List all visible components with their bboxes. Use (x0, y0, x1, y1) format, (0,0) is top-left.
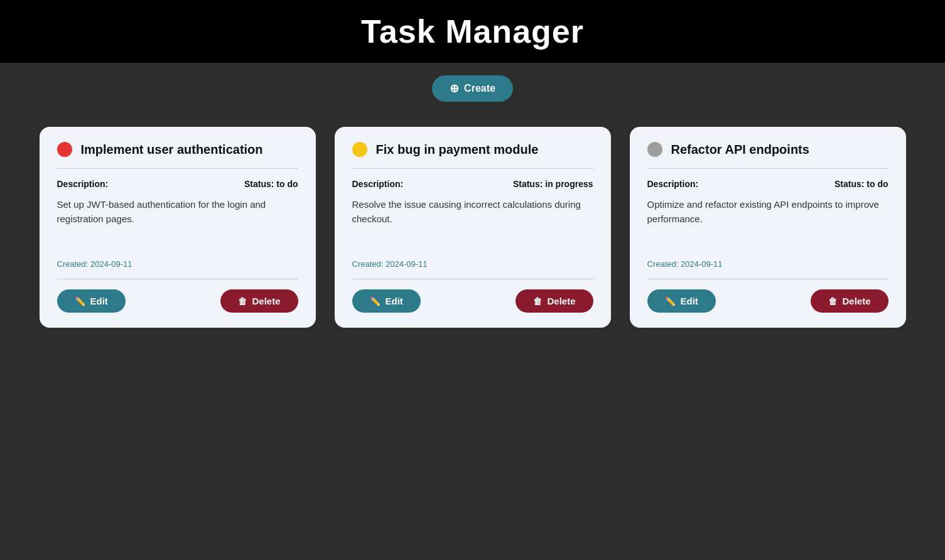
delete-label-1: Delete (252, 296, 280, 306)
trash-icon-1: 🗑 (238, 296, 247, 306)
delete-button-3[interactable]: 🗑 Delete (811, 289, 888, 313)
edit-label-2: Edit (386, 296, 403, 306)
description-label-2: Description: (352, 179, 404, 189)
task-card-2: Fix bug in payment module Description: S… (335, 127, 611, 328)
card-divider-top-2 (352, 168, 593, 169)
status-label-3: Status: to do (834, 179, 888, 189)
app-header: Task Manager (0, 0, 945, 63)
edit-label-3: Edit (681, 296, 698, 306)
delete-button-1[interactable]: 🗑 Delete (220, 289, 298, 313)
card-description-2: Resolve the issue causing incorrect calc… (352, 198, 593, 249)
card-meta-1: Description: Status: to do (57, 179, 298, 189)
card-created-2: Created: 2024-09-11 (352, 259, 593, 269)
status-dot-3 (647, 142, 662, 157)
delete-button-2[interactable]: 🗑 Delete (516, 289, 593, 313)
card-title-3: Refactor API endpoints (671, 143, 888, 157)
description-label-1: Description: (57, 179, 109, 189)
card-divider-bottom-2 (352, 279, 593, 279)
edit-icon-3: ✏️ (665, 296, 676, 306)
create-button[interactable]: ⊕ Create (432, 75, 513, 102)
cards-container: Implement user authentication Descriptio… (0, 121, 945, 334)
edit-button-3[interactable]: ✏️ Edit (647, 289, 716, 313)
card-divider-bottom-3 (647, 279, 888, 279)
create-button-label: Create (464, 83, 495, 94)
edit-button-2[interactable]: ✏️ Edit (352, 289, 421, 313)
edit-icon-1: ✏️ (75, 296, 85, 306)
task-card-1: Implement user authentication Descriptio… (40, 127, 316, 328)
trash-icon-3: 🗑 (828, 296, 837, 306)
card-header-1: Implement user authentication (57, 142, 298, 157)
card-header-2: Fix bug in payment module (352, 142, 593, 157)
app-title: Task Manager (0, 13, 945, 50)
status-dot-2 (352, 142, 367, 157)
card-description-3: Optimize and refactor existing API endpo… (647, 198, 888, 249)
card-actions-1: ✏️ Edit 🗑 Delete (57, 289, 298, 313)
card-meta-2: Description: Status: in progress (352, 179, 593, 189)
card-divider-top-1 (57, 168, 298, 169)
status-label-2: Status: in progress (513, 179, 593, 189)
delete-label-3: Delete (842, 296, 870, 306)
card-divider-bottom-1 (57, 279, 298, 279)
card-title-2: Fix bug in payment module (376, 143, 593, 157)
plus-icon: ⊕ (450, 82, 459, 95)
card-actions-3: ✏️ Edit 🗑 Delete (647, 289, 888, 313)
status-dot-1 (57, 142, 72, 157)
edit-button-1[interactable]: ✏️ Edit (57, 289, 126, 313)
description-label-3: Description: (647, 179, 699, 189)
edit-icon-2: ✏️ (370, 296, 381, 306)
delete-label-2: Delete (547, 296, 575, 306)
card-created-3: Created: 2024-09-11 (647, 259, 888, 269)
card-title-1: Implement user authentication (81, 143, 298, 157)
card-actions-2: ✏️ Edit 🗑 Delete (352, 289, 593, 313)
card-header-3: Refactor API endpoints (647, 142, 888, 157)
card-meta-3: Description: Status: to do (647, 179, 888, 189)
trash-icon-2: 🗑 (533, 296, 542, 306)
edit-label-1: Edit (90, 296, 108, 306)
toolbar: ⊕ Create (0, 63, 945, 114)
card-description-1: Set up JWT-based authentication for the … (57, 198, 298, 249)
card-created-1: Created: 2024-09-11 (57, 259, 298, 269)
status-label-1: Status: to do (244, 179, 298, 189)
card-divider-top-3 (647, 168, 888, 169)
task-card-3: Refactor API endpoints Description: Stat… (630, 127, 906, 328)
